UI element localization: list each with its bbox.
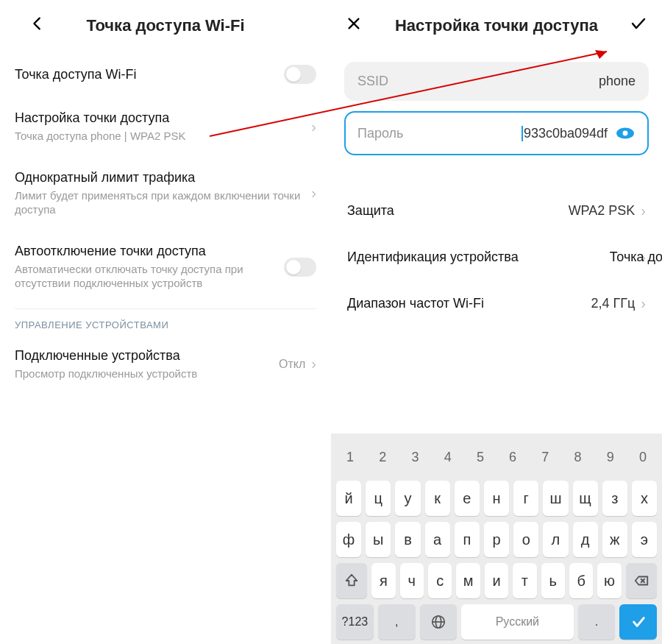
key-letter[interactable]: к [425, 481, 450, 516]
devices-subtitle: Просмотр подключенных устройств [15, 367, 279, 381]
left-header: Точка доступа Wi-Fi [15, 0, 316, 52]
key-letter[interactable]: р [484, 522, 509, 557]
key-letter[interactable]: т [513, 563, 536, 598]
devices-title: Подключенные устройства [15, 348, 279, 364]
key-letter[interactable]: ч [400, 563, 424, 598]
key-letter[interactable]: о [513, 522, 538, 557]
eye-icon[interactable] [615, 123, 636, 144]
key-letter[interactable]: п [455, 522, 480, 557]
hotspot-toggle-label: Точка доступа Wi-Fi [15, 67, 284, 82]
key-number[interactable]: 5 [466, 439, 494, 475]
chevron-right-icon: › [311, 118, 316, 135]
password-field[interactable]: Пароль 933c0ba094df [344, 111, 649, 155]
key-letter[interactable]: а [425, 522, 450, 557]
divider [15, 308, 316, 309]
key-number[interactable]: 6 [499, 439, 527, 475]
globe-key-icon[interactable] [420, 604, 458, 640]
password-label: Пароль [357, 126, 522, 141]
key-letter[interactable]: х [632, 481, 657, 516]
band-label: Диапазон частот Wi-Fi [347, 296, 591, 311]
row-hotspot-toggle[interactable]: Точка доступа Wi-Fi [15, 52, 316, 97]
chevron-right-icon: › [641, 202, 646, 219]
back-icon[interactable] [29, 15, 50, 36]
ssid-label: SSID [357, 74, 599, 89]
limit-title: Однократный лимит трафика [15, 170, 305, 185]
key-letter[interactable]: м [456, 563, 480, 598]
row-security[interactable]: Защита WPA2 PSK › [331, 188, 662, 234]
chevron-right-icon: › [311, 355, 316, 372]
limit-subtitle: Лимит будет применяться при каждом включ… [15, 188, 305, 217]
ssid-field[interactable]: SSID phone [344, 62, 649, 101]
key-number[interactable]: 8 [563, 439, 591, 475]
key-letter[interactable]: б [569, 563, 593, 598]
svg-point-3 [623, 131, 628, 136]
shift-key-icon[interactable] [336, 563, 367, 598]
auto-off-toggle-switch[interactable] [284, 258, 316, 277]
key-letter[interactable]: й [336, 481, 361, 516]
key-letter[interactable]: ь [541, 563, 565, 598]
key-letter[interactable]: ц [366, 481, 391, 516]
key-letter[interactable]: л [543, 522, 568, 557]
page-title: Настройка точки доступа [366, 16, 627, 35]
close-icon[interactable] [346, 15, 366, 36]
row-setup-hotspot[interactable]: Настройка точки доступа Точка доступа ph… [15, 97, 316, 157]
backspace-key-icon[interactable] [626, 563, 657, 598]
row-traffic-limit[interactable]: Однократный лимит трафика Лимит будет пр… [15, 157, 316, 230]
key-letter[interactable]: ы [366, 522, 391, 557]
key-letter[interactable]: ф [336, 522, 361, 557]
key-letter[interactable]: е [455, 481, 480, 516]
key-letter[interactable]: с [428, 563, 452, 598]
key-number[interactable]: 4 [434, 439, 462, 475]
section-header: УПРАВЛЕНИЕ УСТРОЙСТВАМИ [15, 319, 316, 330]
hotspot-setup-screen: Настройка точки доступа SSID phone Парол… [331, 0, 662, 644]
key-letter[interactable]: ш [543, 481, 568, 516]
key-letter[interactable]: щ [573, 481, 598, 516]
symbols-key[interactable]: ?123 [336, 604, 374, 640]
key-number[interactable]: 1 [336, 439, 364, 475]
band-value: 2,4 ГГц [591, 296, 636, 311]
page-title: Точка доступа Wi-Fi [50, 16, 281, 35]
key-letter[interactable]: г [513, 481, 538, 516]
setup-subtitle: Точка доступа phone | WPA2 PSK [15, 129, 305, 144]
key-number[interactable]: 3 [401, 439, 429, 475]
hotspot-toggle-switch[interactable] [284, 65, 316, 84]
comma-key[interactable]: , [378, 604, 416, 640]
row-identification[interactable]: Идентификация устройства Точка доступа › [331, 234, 662, 280]
auto-off-subtitle: Автоматически отключать точку доступа пр… [15, 262, 284, 291]
key-letter[interactable]: н [484, 481, 509, 516]
ident-value: Точка доступа [610, 250, 662, 265]
key-number[interactable]: 9 [597, 439, 624, 475]
security-value: WPA2 PSK [569, 203, 636, 219]
enter-key-icon[interactable] [619, 604, 657, 640]
key-letter[interactable]: у [395, 481, 420, 516]
key-letter[interactable]: з [602, 481, 627, 516]
key-number[interactable]: 7 [531, 439, 559, 475]
devices-value: Откл [279, 358, 305, 371]
ssid-value: phone [599, 74, 636, 89]
key-letter[interactable]: в [395, 522, 420, 557]
setup-title: Настройка точки доступа [15, 110, 305, 126]
security-label: Защита [347, 203, 569, 219]
key-letter[interactable]: я [371, 563, 395, 598]
key-number[interactable]: 0 [629, 439, 657, 475]
ident-label: Идентификация устройства Точка доступа [347, 250, 635, 265]
auto-off-title: Автоотключение точки доступа [15, 244, 284, 259]
row-connected-devices[interactable]: Подключенные устройства Просмотр подключ… [15, 335, 316, 394]
key-letter[interactable]: ю [597, 563, 621, 598]
right-header: Настройка точки доступа [331, 0, 662, 52]
password-value: 933c0ba094df [522, 126, 608, 141]
chevron-right-icon: › [641, 295, 646, 312]
key-letter[interactable]: ж [602, 522, 627, 557]
row-auto-off[interactable]: Автоотключение точки доступа Автоматичес… [15, 230, 316, 304]
key-number[interactable]: 2 [369, 439, 396, 475]
row-band[interactable]: Диапазон частот Wi-Fi 2,4 ГГц › [331, 280, 662, 327]
chevron-right-icon: › [311, 185, 316, 202]
hotspot-settings-screen: Точка доступа Wi-Fi Точка доступа Wi-Fi … [0, 0, 331, 644]
key-letter[interactable]: д [573, 522, 598, 557]
space-key[interactable]: Русский [461, 604, 573, 640]
key-letter[interactable]: и [485, 563, 508, 598]
key-letter[interactable]: э [632, 522, 657, 557]
confirm-icon[interactable] [627, 15, 647, 37]
period-key[interactable]: . [578, 604, 616, 640]
on-screen-keyboard: 1234567890 йцукенгшщзх фывапролджэ ячсми… [331, 434, 662, 644]
